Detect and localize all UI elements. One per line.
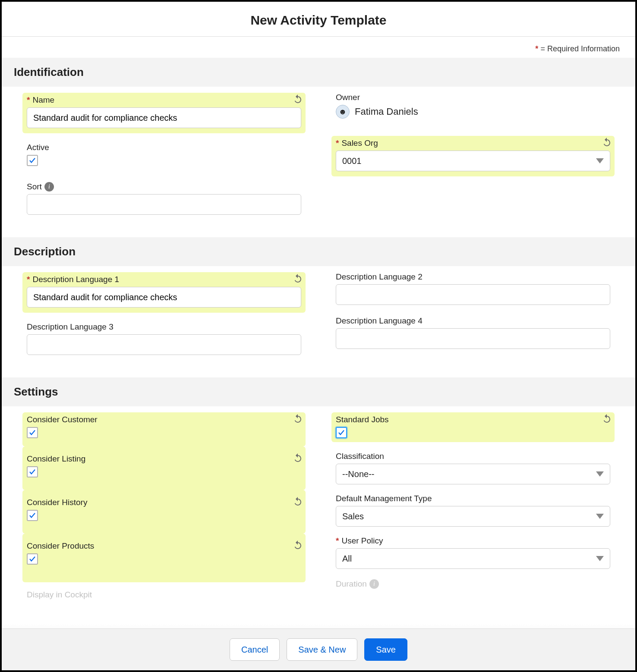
desc-lang2-field: Description Language 2 [336,272,610,305]
sort-input[interactable] [27,194,301,215]
sales-org-label: *Sales Org [336,138,610,148]
section-header-settings: Settings [2,377,635,406]
desc-lang4-label: Description Language 4 [336,316,610,326]
display-cockpit-label: Display in Cockpit [27,590,301,600]
chevron-down-icon [596,556,604,561]
desc-lang2-input[interactable] [336,284,610,305]
sales-org-field: *Sales Org 0001 [331,136,615,176]
user-policy-field: *User Policy All [336,536,610,569]
undo-icon[interactable] [293,94,303,104]
duration-label-text: Duration [336,579,367,589]
sales-org-label-text: Sales Org [341,138,378,148]
desc-lang1-label-text: Description Language 1 [32,275,119,284]
undo-icon[interactable] [293,496,303,506]
required-star-icon: * [336,138,339,148]
active-label: Active [27,143,301,152]
name-label: *Name [27,95,301,105]
save-and-new-button[interactable]: Save & New [287,638,357,661]
required-legend-text: = Required Information [540,44,620,53]
required-star-icon: * [535,44,538,53]
user-policy-label-text: User Policy [341,536,383,546]
consider-customer-field: Consider Customer [22,412,306,446]
consider-listing-field: Consider Listing [22,446,306,490]
standard-jobs-label: Standard Jobs [336,415,610,424]
desc-lang3-label: Description Language 3 [27,322,301,332]
classification-value: --None-- [342,469,374,479]
active-field: Active [27,143,301,166]
cancel-button[interactable]: Cancel [230,638,280,661]
user-policy-select[interactable]: All [336,548,610,569]
desc-lang1-input[interactable] [27,287,301,308]
name-field: *Name [22,93,306,133]
consider-history-checkbox[interactable] [27,510,38,521]
required-star-icon: * [336,536,339,546]
sort-field: Sort i [27,182,301,215]
save-button[interactable]: Save [364,638,407,661]
sort-label-text: Sort [27,182,42,192]
consider-listing-label: Consider Listing [27,454,301,464]
standard-jobs-field: Standard Jobs [331,412,615,442]
desc-lang3-field: Description Language 3 [27,322,301,355]
consider-listing-checkbox[interactable] [27,466,38,477]
consider-customer-checkbox[interactable] [27,427,38,438]
avatar-icon: ☻ [336,105,350,119]
desc-lang3-input[interactable] [27,334,301,355]
undo-icon[interactable] [293,452,303,463]
user-policy-label: *User Policy [336,536,610,546]
default-mgmt-value: Sales [342,512,364,521]
standard-jobs-checkbox[interactable] [336,427,347,438]
desc-lang4-field: Description Language 4 [336,316,610,349]
duration-label: Duration i [336,579,610,589]
classification-field: Classification --None-- [336,452,610,484]
section-header-description: Description [2,237,635,266]
duration-field: Duration i [336,579,610,589]
info-icon[interactable]: i [44,182,54,192]
sort-label: Sort i [27,182,301,192]
consider-customer-label: Consider Customer [27,415,301,424]
consider-history-field: Consider History [22,490,306,534]
default-mgmt-select[interactable]: Sales [336,506,610,527]
name-input[interactable] [27,107,301,128]
consider-products-field: Consider Products [22,534,306,582]
undo-icon[interactable] [293,273,303,283]
classification-label: Classification [336,452,610,461]
section-body-identification: *Name Active Sort i Owner ☻ Fatima Danie… [2,87,635,237]
user-policy-value: All [342,554,352,564]
sales-org-value: 0001 [342,156,362,166]
active-checkbox[interactable] [27,155,38,166]
desc-lang2-label: Description Language 2 [336,272,610,282]
button-bar: Cancel Save & New Save [2,628,635,670]
info-icon: i [369,579,379,589]
required-legend: * = Required Information [2,37,635,58]
display-cockpit-field: Display in Cockpit [27,590,301,600]
section-header-identification: Identification [2,58,635,87]
classification-select[interactable]: --None-- [336,464,610,484]
owner-value: ☻ Fatima Daniels [336,105,610,119]
undo-icon[interactable] [602,137,612,147]
undo-icon[interactable] [293,540,303,550]
name-label-text: Name [32,95,54,105]
undo-icon[interactable] [293,413,303,424]
default-mgmt-label: Default Management Type [336,494,610,503]
dialog-title: New Activity Template [2,2,635,37]
consider-history-label: Consider History [27,498,301,507]
default-mgmt-field: Default Management Type Sales [336,494,610,527]
chevron-down-icon [596,158,604,163]
desc-lang4-input[interactable] [336,328,610,349]
chevron-down-icon [596,471,604,477]
consider-products-label: Consider Products [27,541,301,551]
sales-org-select[interactable]: 0001 [336,151,610,171]
required-star-icon: * [27,95,30,105]
undo-icon[interactable] [602,413,612,424]
owner-label: Owner [336,93,610,102]
owner-field: Owner ☻ Fatima Daniels [336,93,610,119]
owner-name-text: Fatima Daniels [355,106,418,117]
required-star-icon: * [27,275,30,284]
section-body-description: *Description Language 1 Description Lang… [2,266,635,377]
desc-lang1-label: *Description Language 1 [27,275,301,284]
section-body-settings: Consider Customer Consider Listing Consi… [2,406,635,622]
desc-lang1-field: *Description Language 1 [22,272,306,313]
chevron-down-icon [596,514,604,519]
consider-products-checkbox[interactable] [27,553,38,565]
